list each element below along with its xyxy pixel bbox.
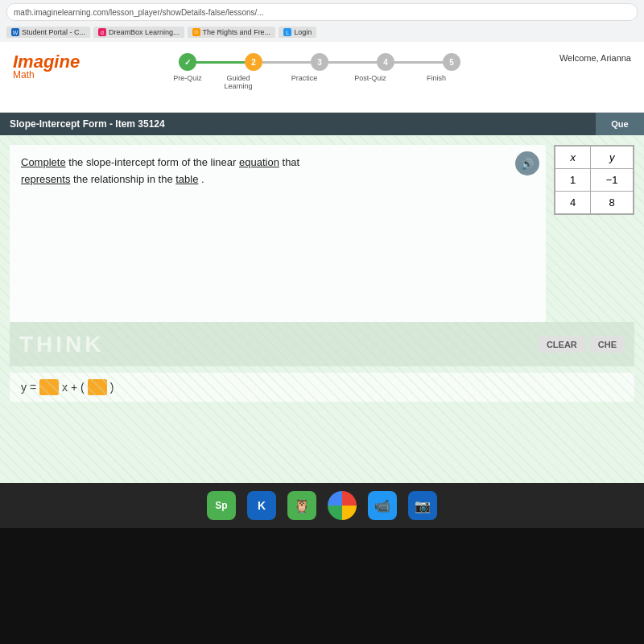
table-row: 4 8 xyxy=(555,192,634,214)
browser-chrome: math.imaginelearning.com/lesson_player/s… xyxy=(0,0,644,42)
step-label-5: Finish xyxy=(403,74,469,90)
table-cell-y2: 8 xyxy=(591,192,634,214)
step-label-4: Post-Quiz xyxy=(337,74,403,90)
word-represents: represents xyxy=(21,173,70,185)
tab-label: The Rights and Fre... xyxy=(203,28,271,36)
question-title: Slope-Intercept Form - Item 35124 xyxy=(10,118,165,130)
question-panel: 🔊 Complete the slope-intercept form of t… xyxy=(10,145,546,322)
question-bar: Slope-Intercept Form - Item 35124 Que xyxy=(0,113,644,135)
step-1-circle: ✓ xyxy=(179,53,196,71)
step-label-1: Pre-Quiz xyxy=(170,74,205,90)
tab-icon-l: L xyxy=(283,28,291,36)
step-labels: Pre-Quiz GuidedLearning Practice Post-Qu… xyxy=(170,74,469,90)
khan-academy-icon[interactable]: K xyxy=(247,491,276,520)
duolingo-icon[interactable]: 🦉 xyxy=(287,491,316,520)
step-line-1 xyxy=(196,61,245,64)
audio-button[interactable]: 🔊 xyxy=(515,151,539,175)
data-table: x y 1 −1 4 8 xyxy=(554,145,634,215)
step-line-3 xyxy=(328,61,377,64)
taskbar: Sp K 🦉 📹 📷 xyxy=(0,483,644,528)
tab-label: DreamBox Learning... xyxy=(109,28,180,36)
tab-label: Login xyxy=(294,28,312,36)
tabs-bar: W Student Portal - C... d DreamBox Learn… xyxy=(0,23,644,42)
header: Imagine Math ✓ 2 3 4 5 Pre-Quiz xyxy=(0,42,644,113)
table-cell-x1: 1 xyxy=(555,169,591,192)
step-label-2: GuidedLearning xyxy=(205,74,271,90)
tab-icon-r: ⊙ xyxy=(192,28,200,36)
step-4-circle: 4 xyxy=(377,53,394,71)
word-table: table xyxy=(175,173,198,185)
table-row: 1 −1 xyxy=(555,169,634,192)
tab-icon-d: d xyxy=(98,28,106,36)
camera-icon[interactable]: 📷 xyxy=(408,491,437,520)
que-tab: Que xyxy=(596,113,644,135)
word-text-3: the relationship in the xyxy=(73,173,175,185)
step-2-circle: 2 xyxy=(245,53,262,71)
progress-area: ✓ 2 3 4 5 Pre-Quiz GuidedLearning Practi… xyxy=(80,48,559,90)
logo-area: Imagine Math xyxy=(13,52,80,80)
tab-icon-w: W xyxy=(11,28,19,36)
think-text: THINK xyxy=(19,332,105,357)
zoom-icon[interactable]: 📹 xyxy=(368,491,397,520)
table-header-x: x xyxy=(555,147,591,169)
url-text: math.imaginelearning.com/lesson_player/s… xyxy=(14,8,264,17)
question-text: Complete the slope-intercept form of the… xyxy=(21,155,327,188)
word-text-2: that xyxy=(283,156,300,168)
schoology-icon[interactable]: Sp xyxy=(207,491,236,520)
logo-math: Math xyxy=(13,69,80,80)
word-equation: equation xyxy=(239,156,279,168)
tab-label: Student Portal - C... xyxy=(22,28,85,36)
tab-dreambox[interactable]: d DreamBox Learning... xyxy=(93,27,184,38)
word-period: . xyxy=(201,173,204,185)
word-complete: Complete xyxy=(21,156,66,168)
content-area: 🔊 Complete the slope-intercept form of t… xyxy=(10,145,634,322)
step-label-3: Practice xyxy=(271,74,337,90)
word-text-1: the slope-intercept form of the linear xyxy=(68,156,239,168)
step-line-4 xyxy=(394,61,443,64)
table-cell-x2: 4 xyxy=(555,192,591,214)
clear-button[interactable]: CLEAR xyxy=(539,336,585,353)
table-header-y: y xyxy=(591,147,634,169)
welcome-text: Welcome, Arianna xyxy=(559,48,631,63)
table-cell-y1: −1 xyxy=(591,169,634,192)
action-buttons: CLEAR CHE xyxy=(539,336,625,353)
chrome-icon[interactable] xyxy=(328,491,357,520)
tab-login[interactable]: L Login xyxy=(279,27,316,38)
tab-student-portal[interactable]: W Student Portal - C... xyxy=(6,27,90,38)
step-line-2 xyxy=(262,61,311,64)
step-5-circle: 5 xyxy=(443,53,460,71)
page-content: Imagine Math ✓ 2 3 4 5 Pre-Quiz xyxy=(0,42,644,483)
check-button[interactable]: CHE xyxy=(590,336,625,353)
bottom-dark xyxy=(0,528,644,644)
step-3-circle: 3 xyxy=(311,53,328,71)
think-area: THINK CLEAR CHE xyxy=(10,322,634,366)
url-bar[interactable]: math.imaginelearning.com/lesson_player/s… xyxy=(6,3,638,21)
progress-steps: ✓ 2 3 4 5 xyxy=(179,53,460,71)
tab-rights[interactable]: ⊙ The Rights and Fre... xyxy=(188,27,276,38)
